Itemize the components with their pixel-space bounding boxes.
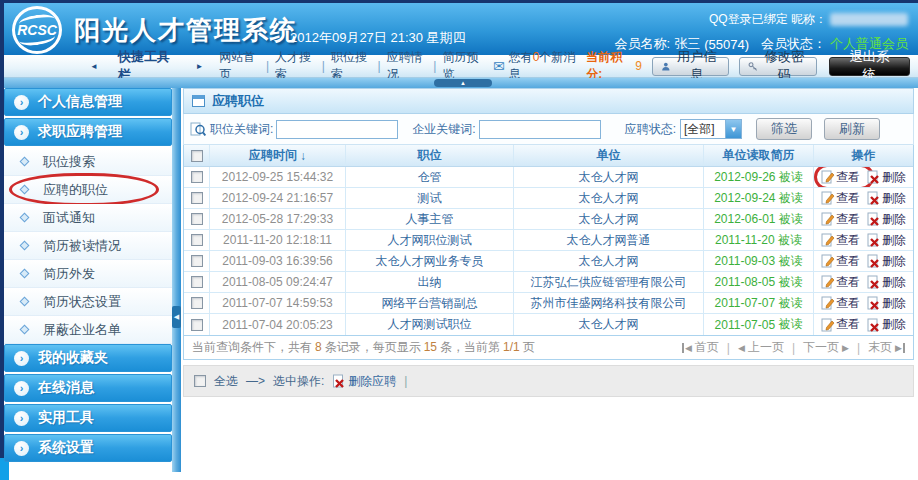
select-all-label: 全选 [214, 373, 238, 390]
delete-link[interactable]: 删除 [867, 169, 906, 186]
view-link[interactable]: 查看 [821, 211, 860, 228]
row-checkbox[interactable] [191, 213, 203, 225]
sidebar-section-在线消息[interactable]: › 在线消息 [4, 374, 172, 402]
company-link[interactable]: 苏州市佳盛网络科技有限公司 [531, 295, 687, 312]
cell-actions: 查看 删除 [814, 230, 913, 250]
sidebar-section-求职应聘管理[interactable]: › 求职应聘管理 [4, 118, 172, 146]
sidebar-section-系统设置[interactable]: › 系统设置 [4, 434, 172, 462]
filter-button[interactable]: 筛选 [756, 118, 812, 140]
sidebar-item-简历状态设置[interactable]: 简历状态设置 [4, 288, 172, 316]
chevron-down-icon[interactable]: ▼ [725, 120, 741, 138]
refresh-button[interactable]: 刷新 [824, 118, 880, 140]
company-link[interactable]: 江苏弘仁供应链管理有限公司 [531, 274, 687, 291]
delete-link[interactable]: 删除 [867, 316, 906, 333]
view-link[interactable]: 查看 [821, 190, 860, 207]
view-link[interactable]: 查看 [821, 316, 860, 333]
circle-arrow-icon: › [14, 441, 29, 456]
job-link[interactable]: 人才网测试职位 [388, 316, 472, 333]
company-link[interactable]: 太仓人才网 [579, 253, 639, 270]
change-password-button[interactable]: 修改密码 [739, 57, 817, 76]
diamond-icon [20, 213, 30, 223]
job-link[interactable]: 人事主管 [406, 211, 454, 228]
view-link[interactable]: 查看 [821, 169, 860, 186]
apply-status-select[interactable]: [全部] ▼ [680, 119, 742, 139]
job-link[interactable]: 人才网职位测试 [388, 232, 472, 249]
view-link[interactable]: 查看 [821, 232, 860, 249]
read-suffix: 被读 [779, 211, 803, 228]
panel-title-bar: 应聘职位 [183, 88, 914, 114]
row-checkbox[interactable] [191, 192, 203, 204]
row-checkbox[interactable] [191, 297, 203, 309]
job-link[interactable]: 测试 [418, 190, 442, 207]
cell-job: 人才网职位测试 [346, 230, 514, 250]
collapse-toolbar-handle[interactable]: ▲ [434, 79, 492, 87]
sidebar-section-我的收藏夹[interactable]: › 我的收藏夹 [4, 344, 172, 372]
company-link[interactable]: 太仓人才网 [579, 190, 639, 207]
sidebar-section-个人信息管理[interactable]: › 个人信息管理 [4, 88, 172, 116]
job-link[interactable]: 出纳 [418, 274, 442, 291]
pagination-link[interactable]: ◀ 首页 [682, 339, 719, 356]
view-link[interactable]: 查看 [821, 295, 860, 312]
user-info-button[interactable]: 用户信息 [652, 57, 730, 76]
row-checkbox[interactable] [191, 255, 203, 267]
sidebar-item-简历被读情况[interactable]: 简历被读情况 [4, 232, 172, 260]
delete-link[interactable]: 删除 [867, 211, 906, 228]
row-checkbox-cell [184, 251, 210, 271]
sidebar-item-面试通知[interactable]: 面试通知 [4, 204, 172, 232]
view-label: 查看 [836, 295, 860, 312]
sidebar-item-屏蔽企业名单[interactable]: 屏蔽企业名单 [4, 316, 172, 344]
pagination: ◀ 首页 | ◀ 上一页 | 下一页 ▶| 末页 ▶ [682, 339, 905, 356]
pagination-link[interactable]: 下一页 ▶ [803, 339, 849, 356]
delete-label: 删除 [882, 274, 906, 291]
row-checkbox[interactable] [191, 171, 203, 183]
cell-read-date: 2011-09-03 被读 [704, 251, 814, 271]
summary-suffix: 页 [523, 340, 535, 354]
company-link[interactable]: 太仓人才网 [579, 316, 639, 333]
header-checkbox[interactable] [191, 150, 203, 162]
logout-button[interactable]: 退出系统 [829, 57, 910, 76]
sidebar-item-职位搜索[interactable]: 职位搜索 [4, 148, 172, 176]
col-apply-time[interactable]: 应聘时间↓ [210, 145, 346, 166]
select-all-checkbox[interactable] [194, 375, 206, 387]
sidebar-section-实用工具[interactable]: › 实用工具 [4, 404, 172, 432]
row-checkbox[interactable] [191, 234, 203, 246]
delete-link[interactable]: 删除 [867, 274, 906, 291]
sidebar-item-应聘的职位[interactable]: 应聘的职位 [4, 176, 172, 204]
company-link[interactable]: 太仓人才网 [579, 211, 639, 228]
delete-applications-link[interactable]: 删除应聘 [332, 373, 396, 390]
circle-arrow-icon: › [14, 351, 29, 366]
job-keyword-input[interactable] [276, 120, 398, 139]
job-link[interactable]: 太仓人才网业务专员 [376, 253, 484, 270]
sidebar-section-label: 个人信息管理 [38, 93, 122, 111]
view-link[interactable]: 查看 [821, 253, 860, 270]
company-keyword-input[interactable] [479, 120, 601, 139]
delete-link[interactable]: 删除 [867, 295, 906, 312]
job-link[interactable]: 仓管 [418, 169, 442, 186]
pagination-label: 末页 [868, 339, 892, 356]
pagination-link[interactable]: ◀ 上一页 [738, 339, 784, 356]
delete-label: 删除 [882, 316, 906, 333]
scroll-left-icon[interactable]: ◄ [90, 62, 98, 71]
cell-actions: 查看 删除 [814, 314, 913, 335]
sidebar-item-简历外发[interactable]: 简历外发 [4, 260, 172, 288]
scroll-right-icon[interactable]: ► [195, 62, 203, 71]
job-link[interactable]: 网络平台营销副总 [382, 295, 478, 312]
read-date: 2011-11-20 [715, 233, 775, 247]
collapse-sidebar-handle[interactable]: ◀ [172, 306, 181, 328]
apply-status-value: [全部] [681, 121, 725, 138]
cell-job: 测试 [346, 188, 514, 208]
delete-link[interactable]: 删除 [867, 253, 906, 270]
col-company: 单位 [514, 145, 704, 166]
view-link[interactable]: 查看 [821, 274, 860, 291]
row-checkbox[interactable] [191, 319, 203, 331]
cell-read-date: 2012-06-01 被读 [704, 209, 814, 229]
company-link[interactable]: 太仓人才网普通 [567, 232, 651, 249]
cell-apply-time: 2011-09-03 16:39:56 [210, 251, 346, 271]
read-date: 2011-07-07 [715, 296, 776, 310]
per-page-count: 15 [424, 340, 437, 354]
row-checkbox[interactable] [191, 276, 203, 288]
pagination-link[interactable]: 末页 ▶ [868, 339, 905, 356]
delete-link[interactable]: 删除 [867, 232, 906, 249]
company-link[interactable]: 太仓人才网 [579, 169, 639, 186]
delete-link[interactable]: 删除 [867, 190, 906, 207]
